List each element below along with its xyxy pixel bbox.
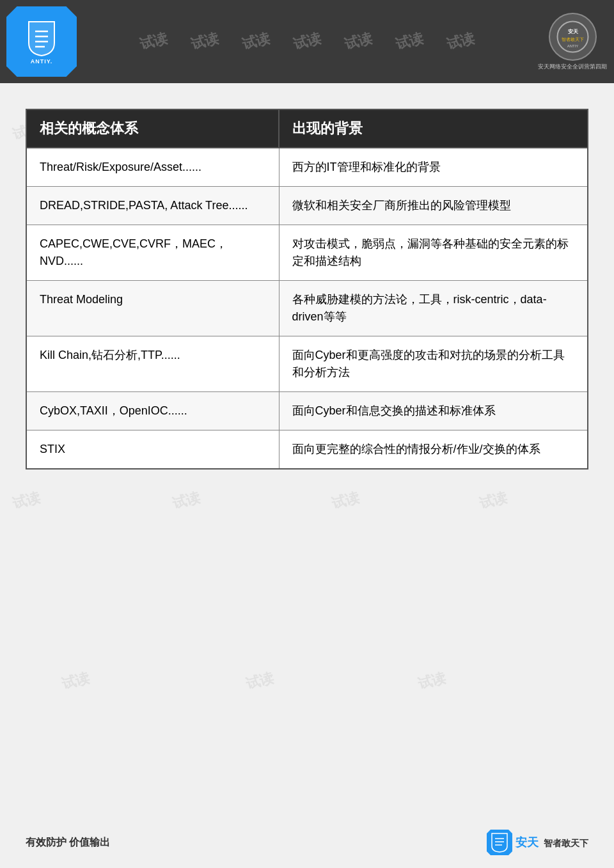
cell-left-3: Threat Modeling bbox=[26, 281, 279, 336]
cell-left-6: STIX bbox=[26, 430, 279, 470]
table-row: DREAD,STRIDE,PASTA, Attack Tree......微软和… bbox=[26, 187, 588, 225]
cell-right-5: 面向Cyber和信息交换的描述和标准体系 bbox=[279, 392, 588, 430]
footer-logo-text: 安天 智者敢天下 bbox=[516, 835, 588, 850]
cell-left-0: Threat/Risk/Exposure/Asset...... bbox=[26, 148, 279, 187]
wm-2: 试读 bbox=[189, 29, 221, 54]
concept-table: 相关的概念体系 出现的背景 Threat/Risk/Exposure/Asset… bbox=[26, 109, 588, 470]
cell-right-1: 微软和相关安全厂商所推出的风险管理模型 bbox=[279, 187, 588, 225]
logo-label: ANTIY. bbox=[31, 58, 53, 65]
table-row: STIX面向更完整的综合性的情报分析/作业/交换的体系 bbox=[26, 430, 588, 470]
right-logo-circle: 安天 智者敢天下 ANTIY bbox=[549, 13, 597, 61]
footer-logo-subtext: 智者敢天下 bbox=[544, 838, 588, 848]
wm-6: 试读 bbox=[393, 29, 425, 54]
wm-7: 试读 bbox=[445, 29, 476, 54]
col1-header: 相关的概念体系 bbox=[26, 109, 279, 148]
footer-logo-area: 安天 智者敢天下 bbox=[487, 830, 588, 855]
wm-3: 试读 bbox=[240, 29, 272, 54]
wm-4: 试读 bbox=[291, 29, 323, 54]
cell-left-5: CybOX,TAXII，OpenIOC...... bbox=[26, 392, 279, 430]
wm-5: 试读 bbox=[342, 29, 374, 54]
table-row: CybOX,TAXII，OpenIOC......面向Cyber和信息交换的描述… bbox=[26, 392, 588, 430]
header-watermarks: 试读 试读 试读 试读 试读 试读 试读 bbox=[0, 0, 614, 83]
footer-tagline: 有效防护 价值输出 bbox=[26, 836, 110, 849]
main-content: 相关的概念体系 出现的背景 Threat/Risk/Exposure/Asset… bbox=[0, 83, 614, 489]
cell-right-3: 各种威胁建模的方法论，工具，risk-centric，data-driven等等 bbox=[279, 281, 588, 336]
col2-header: 出现的背景 bbox=[279, 109, 588, 148]
wm-1: 试读 bbox=[138, 29, 169, 54]
svg-text:安天: 安天 bbox=[567, 28, 578, 35]
header-bar: ANTIY. 试读 试读 试读 试读 试读 试读 试读 安天 智者敢天下 ANT… bbox=[0, 0, 614, 83]
footer-antiy-label: 安天 bbox=[516, 836, 539, 849]
table-row: Kill Chain,钻石分析,TTP......面向Cyber和更高强度的攻击… bbox=[26, 336, 588, 392]
antiy-logo: ANTIY. bbox=[6, 6, 77, 77]
table-row: CAPEC,CWE,CVE,CVRF，MAEC，NVD......对攻击模式，脆… bbox=[26, 225, 588, 281]
header-right-logo: 安天 智者敢天下 ANTIY 安天网络安全全训营第四期 bbox=[537, 6, 608, 77]
cell-right-4: 面向Cyber和更高强度的攻击和对抗的场景的分析工具和分析方法 bbox=[279, 336, 588, 392]
footer-logo-icon bbox=[487, 830, 512, 855]
table-row: Threat/Risk/Exposure/Asset......西方的IT管理和… bbox=[26, 148, 588, 187]
cell-left-4: Kill Chain,钻石分析,TTP...... bbox=[26, 336, 279, 392]
cell-left-2: CAPEC,CWE,CVE,CVRF，MAEC，NVD...... bbox=[26, 225, 279, 281]
cell-right-6: 面向更完整的综合性的情报分析/作业/交换的体系 bbox=[279, 430, 588, 470]
cell-right-0: 西方的IT管理和标准化的背景 bbox=[279, 148, 588, 187]
cell-right-2: 对攻击模式，脆弱点，漏洞等各种基础的安全元素的标定和描述结构 bbox=[279, 225, 588, 281]
svg-text:智者敢天下: 智者敢天下 bbox=[562, 37, 584, 42]
header-right-subtext: 安天网络安全全训营第四期 bbox=[538, 63, 607, 71]
table-row: Threat Modeling各种威胁建模的方法论，工具，risk-centri… bbox=[26, 281, 588, 336]
footer: 有效防护 价值输出 安天 智者敢天下 bbox=[0, 830, 614, 855]
cell-left-1: DREAD,STRIDE,PASTA, Attack Tree...... bbox=[26, 187, 279, 225]
svg-text:ANTIY: ANTIY bbox=[567, 44, 578, 48]
